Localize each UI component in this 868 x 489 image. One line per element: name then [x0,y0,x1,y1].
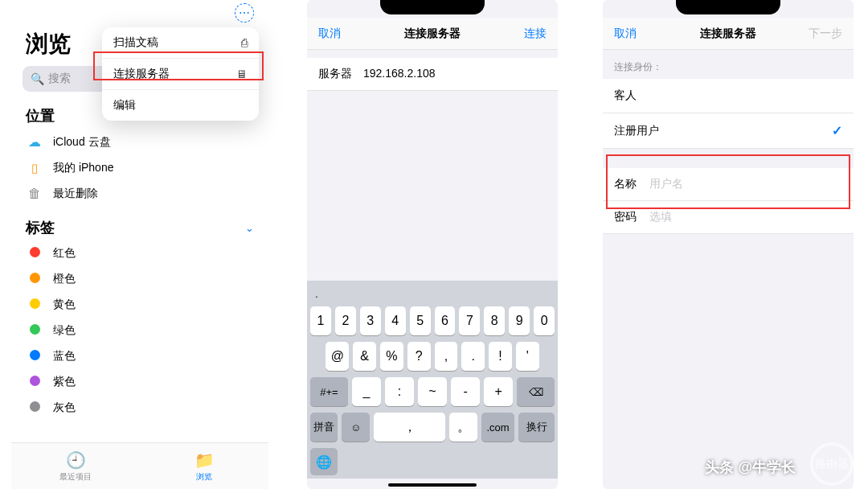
tag-dot-icon [26,324,43,337]
key[interactable]: & [353,342,376,371]
tag-row[interactable]: 绿色 [11,318,268,343]
more-menu-button[interactable]: ⋯ [235,3,254,23]
server-field[interactable]: 服务器 192.168.2.108 [307,58,558,91]
key-return[interactable]: 换行 [518,413,555,442]
keyboard-row-2: @&%?,.!' [307,339,558,374]
search-icon: 🔍 [31,72,44,85]
cancel-button[interactable]: 取消 [318,27,341,41]
tag-row[interactable]: 红色 [11,240,268,266]
key[interactable]: ~ [418,377,447,406]
key-space[interactable]: ， [374,413,446,442]
location-myiphone[interactable]: ▯我的 iPhone [11,155,268,181]
notch [676,0,780,14]
key[interactable]: + [484,377,513,406]
key-period[interactable]: 。 [449,413,477,442]
nav-title: 连接服务器 [700,27,756,41]
key[interactable]: 1 [310,306,331,335]
key-dotcom[interactable]: .com [481,413,514,442]
watermark-text: 头条 @牛学长 [705,458,796,477]
tag-dot-icon [26,401,43,414]
tag-label: 橙色 [53,272,76,286]
key[interactable]: ? [407,342,431,371]
cancel-button[interactable]: 取消 [614,27,637,41]
key[interactable]: 4 [385,306,406,335]
key[interactable]: 2 [335,306,356,335]
location-icloud[interactable]: ☁iCloud 云盘 [11,129,268,155]
nav-bar: 取消 连接服务器 连接 [307,18,558,50]
tag-label: 蓝色 [53,349,76,364]
key[interactable]: . [461,342,485,371]
password-field[interactable]: 密码 选填 [603,201,854,234]
folder-icon: 📁 [194,450,215,470]
identity-note: 连接身份： [603,50,854,79]
key[interactable]: 7 [459,306,480,335]
server-label: 服务器 [318,67,363,81]
username-label: 名称 [614,177,649,191]
clock-icon: 🕘 [66,450,86,470]
tag-dot-icon [26,376,43,388]
tag-label: 灰色 [53,401,76,415]
tab-recents[interactable]: 🕘最近项目 [11,443,140,489]
key-globe[interactable]: 🌐 [310,448,338,475]
server-value: 192.168.2.108 [363,67,436,81]
identity-guest[interactable]: 客人 [603,79,854,113]
popover-connect-server[interactable]: 连接服务器 🖥 [102,59,259,90]
more-popover: 扫描文稿 ⎙ 连接服务器 🖥 编辑 [102,27,259,121]
popover-scan-label: 扫描文稿 [113,35,158,50]
keyboard-row-3: #+=_:~-+⌫ [307,374,558,409]
tags-list: 红色橙色黄色绿色蓝色紫色灰色 [11,240,268,421]
username-placeholder: 用户名 [649,177,683,191]
key[interactable]: 6 [435,306,456,335]
tag-row[interactable]: 紫色 [11,369,268,395]
password-label: 密码 [614,210,649,224]
key[interactable]: - [451,377,480,406]
key[interactable]: 9 [509,306,530,335]
key-emoji[interactable]: ☺ [342,413,369,442]
tag-row[interactable]: 橙色 [11,266,268,292]
key[interactable]: 8 [484,306,505,335]
scan-icon: ⎙ [241,36,248,49]
connect-button[interactable]: 连接 [524,27,547,41]
username-field[interactable]: 名称 用户名 [603,168,854,201]
tag-label: 红色 [53,246,76,261]
tags-header[interactable]: 标签 ⌄ [11,213,268,240]
tag-dot-icon [26,247,43,260]
tab-browse[interactable]: 📁浏览 [140,443,268,489]
key[interactable]: 5 [410,306,431,335]
keyboard-prediction[interactable]: . [307,284,558,303]
key[interactable]: ! [489,342,512,371]
nav-bar: 取消 连接服务器 下一步 [603,18,854,50]
identity-registered[interactable]: 注册用户 ✓ [603,113,854,149]
popover-connect-label: 连接服务器 [113,67,170,81]
key[interactable]: @ [326,342,349,371]
keyboard-bottom-row: 拼音 ☺ ， 。 .com 换行 [307,409,558,446]
tag-dot-icon [26,350,43,363]
tag-row[interactable]: 黄色 [11,292,268,318]
key[interactable]: 0 [534,306,555,335]
key[interactable]: ' [516,342,539,371]
tag-label: 黄色 [53,298,76,312]
screenshot-browse: ⋯ 浏览 扫描文稿 ⎙ 连接服务器 🖥 编辑 🔍 搜索 位置 ⌄ ☁iCloud… [11,0,268,489]
key[interactable]: % [380,342,403,371]
key[interactable]: , [435,342,458,371]
chevron-down-icon: ⌄ [245,222,254,234]
key-pinyin[interactable]: 拼音 [310,413,338,442]
notch [380,0,485,14]
next-button[interactable]: 下一步 [809,27,842,41]
location-trash[interactable]: 🗑最近删除 [11,181,268,207]
keyboard-row-1: 1234567890 [307,303,558,339]
popover-scan[interactable]: 扫描文稿 ⎙ [102,27,259,59]
key[interactable]: 3 [360,306,381,335]
key[interactable]: : [385,377,414,406]
watermark-badge: 路由器 [810,442,854,486]
screenshot-credentials: 取消 连接服务器 下一步 连接身份： 客人 注册用户 ✓ 名称 用户名 密码 选… [603,0,854,489]
search-placeholder: 搜索 [48,72,71,86]
tag-row[interactable]: 蓝色 [11,343,268,369]
monitor-icon: 🖥 [236,68,248,80]
key[interactable]: #+= [310,377,348,406]
home-indicator[interactable] [388,483,477,487]
key[interactable]: ⌫ [517,377,555,406]
popover-edit[interactable]: 编辑 [102,90,259,121]
key[interactable]: _ [352,377,381,406]
tag-row[interactable]: 灰色 [11,395,268,421]
